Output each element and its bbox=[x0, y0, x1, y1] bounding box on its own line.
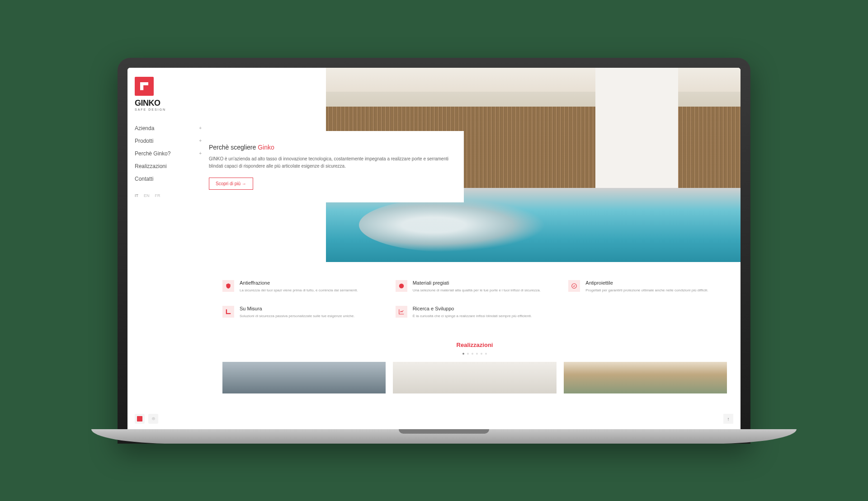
sidebar: GINKO SAFE DESIGN Azienda + Prodotti + P… bbox=[127, 68, 209, 429]
nav-label: Perchè Ginko? bbox=[135, 150, 170, 157]
realizzazioni-thumb[interactable] bbox=[564, 362, 727, 393]
feature-materiali: Materiali pregiati Una selezione di mate… bbox=[396, 280, 554, 293]
carousel-dot[interactable] bbox=[481, 353, 482, 355]
lang-fr[interactable]: FR bbox=[155, 193, 160, 198]
nav-list: Azienda + Prodotti + Perchè Ginko? + Rea… bbox=[135, 122, 202, 185]
footer-logo-badge[interactable] bbox=[135, 414, 145, 424]
hero-body-text: GINKO è un'azienda ad alto tasso di inno… bbox=[209, 155, 451, 170]
feature-ricerca: Ricerca e Sviluppo È la curiosità che ci… bbox=[396, 306, 554, 319]
feature-desc: La sicurezza dei tuoi spazi viene prima … bbox=[240, 288, 358, 293]
nav-item-azienda[interactable]: Azienda + bbox=[135, 122, 202, 135]
feature-antieffrazione: Antieffrazione La sicurezza dei tuoi spa… bbox=[222, 280, 381, 293]
hero-deco-graphic bbox=[359, 198, 546, 252]
plus-icon: + bbox=[199, 151, 202, 156]
nav-item-realizzazioni[interactable]: Realizzazioni bbox=[135, 160, 202, 173]
feature-title: Materiali pregiati bbox=[413, 280, 541, 286]
realizzazioni-title: Realizzazioni bbox=[222, 342, 727, 348]
hero-column-graphic bbox=[595, 68, 678, 188]
scroll-top-button[interactable]: ↑ bbox=[723, 414, 733, 424]
footer-badges: ◎ bbox=[135, 414, 158, 424]
feature-desc: Progettati per garantirti protezione ott… bbox=[585, 288, 708, 293]
nav-item-prodotti[interactable]: Prodotti + bbox=[135, 135, 202, 147]
hero-title-prefix: Perchè scegliere bbox=[209, 144, 258, 151]
nav-label: Realizzazioni bbox=[135, 163, 167, 169]
feature-antiproiettile: Antiproiettile Progettati per garantirti… bbox=[568, 280, 727, 293]
logo-tagline: SAFE DESIGN bbox=[135, 108, 202, 111]
logo-text: GINKO bbox=[135, 98, 202, 108]
nav-item-contatti[interactable]: Contatti bbox=[135, 173, 202, 185]
logo-mark-icon bbox=[135, 77, 154, 96]
svg-rect-2 bbox=[137, 416, 142, 421]
realizzazioni-thumb[interactable] bbox=[222, 362, 386, 393]
hero-card: Perchè scegliere Ginko GINKO è un'aziend… bbox=[209, 131, 464, 202]
realizzazioni-section: Realizzazioni bbox=[209, 342, 741, 393]
arrow-up-icon: ↑ bbox=[727, 416, 730, 421]
feature-su-misura: Su Misura Soluzioni di sicurezza passiva… bbox=[222, 306, 381, 319]
footer-social-badge[interactable]: ◎ bbox=[148, 414, 158, 424]
laptop-screen: GINKO SAFE DESIGN Azienda + Prodotti + P… bbox=[127, 68, 741, 429]
feature-desc: Soluzioni di sicurezza passiva personali… bbox=[240, 314, 354, 319]
carousel-dot[interactable] bbox=[472, 353, 473, 355]
svg-point-0 bbox=[399, 283, 404, 288]
hero-title: Perchè scegliere Ginko bbox=[209, 144, 451, 151]
realizzazioni-thumb[interactable] bbox=[393, 362, 556, 393]
carousel-dots bbox=[222, 353, 727, 355]
laptop-base bbox=[91, 429, 797, 444]
hero-title-accent: Ginko bbox=[258, 144, 274, 151]
chart-icon bbox=[396, 306, 407, 318]
carousel-dot[interactable] bbox=[476, 353, 478, 355]
page-root: GINKO SAFE DESIGN Azienda + Prodotti + P… bbox=[127, 68, 741, 429]
lang-en[interactable]: EN bbox=[144, 193, 150, 198]
realizzazioni-grid bbox=[222, 362, 727, 393]
feature-title: Su Misura bbox=[240, 306, 354, 311]
carousel-dot[interactable] bbox=[462, 353, 464, 355]
shield-icon bbox=[222, 280, 234, 292]
nav-label: Contatti bbox=[135, 176, 153, 182]
carousel-dot[interactable] bbox=[467, 353, 469, 355]
plus-icon: + bbox=[199, 138, 202, 143]
laptop-mockup-frame: GINKO SAFE DESIGN Azienda + Prodotti + P… bbox=[118, 58, 750, 444]
hero-section: Perchè scegliere Ginko GINKO è un'aziend… bbox=[209, 68, 741, 262]
target-icon bbox=[568, 280, 580, 292]
feature-desc: È la curiosità che ci spinge a realizzar… bbox=[413, 314, 532, 319]
features-grid: Antieffrazione La sicurezza dei tuoi spa… bbox=[209, 280, 741, 342]
language-switcher: IT EN FR bbox=[135, 193, 202, 198]
lang-it[interactable]: IT bbox=[135, 193, 138, 198]
badge-icon bbox=[396, 280, 407, 292]
brand-logo[interactable]: GINKO SAFE DESIGN bbox=[135, 77, 202, 111]
nav-label: Azienda bbox=[135, 125, 154, 131]
main-content: Perchè scegliere Ginko GINKO è un'aziend… bbox=[209, 68, 741, 429]
feature-desc: Una selezione di materiali alta qualità … bbox=[413, 288, 541, 293]
feature-title: Antiproiettile bbox=[585, 280, 708, 286]
feature-title: Ricerca e Sviluppo bbox=[413, 306, 532, 311]
feature-title: Antieffrazione bbox=[240, 280, 358, 286]
nav-item-perche-ginko[interactable]: Perchè Ginko? + bbox=[135, 147, 202, 160]
ruler-icon bbox=[222, 306, 234, 318]
carousel-dot[interactable] bbox=[485, 353, 487, 355]
hero-cta-button[interactable]: Scopri di più → bbox=[209, 178, 253, 190]
plus-icon: + bbox=[199, 126, 202, 131]
nav-label: Prodotti bbox=[135, 138, 153, 144]
